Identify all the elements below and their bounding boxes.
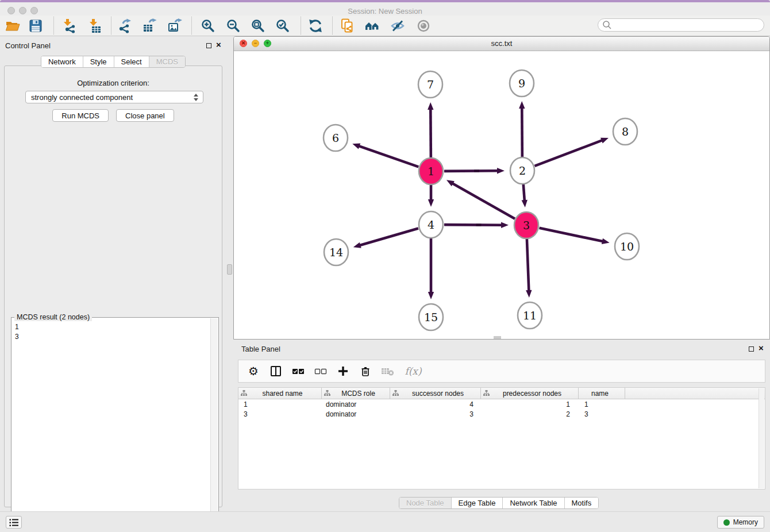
birds-eye-view-icon[interactable] xyxy=(415,17,432,34)
search-icon xyxy=(602,20,612,30)
control-tab-mcds[interactable]: MCDS xyxy=(149,56,185,67)
window-title: Session: New Session xyxy=(0,7,770,16)
graph-node-label: 9 xyxy=(518,77,525,90)
clone-network-icon[interactable] xyxy=(339,17,356,34)
graph-edge-1-7[interactable] xyxy=(430,109,431,158)
table-row[interactable]: 1dominator411 xyxy=(238,399,765,409)
graph-edge-2-9[interactable] xyxy=(522,107,522,157)
deselect-all-rows-icon[interactable] xyxy=(314,364,328,378)
graph-edge-2-8[interactable] xyxy=(535,140,603,166)
zoom-selected-icon[interactable] xyxy=(274,17,291,34)
column-header-predecessor-nodes[interactable]: predecessor nodes xyxy=(481,388,579,399)
import-table-icon[interactable] xyxy=(86,17,103,34)
main-toolbar xyxy=(0,16,770,36)
run-mcds-button[interactable]: Run MCDS xyxy=(52,109,109,122)
column-header-mcds-role[interactable]: MCDS role xyxy=(322,388,390,399)
graph-node-6[interactable]: 6 xyxy=(324,125,348,151)
graph-node-7[interactable]: 7 xyxy=(418,71,442,98)
graph-node-14[interactable]: 14 xyxy=(324,239,348,265)
graph-node-label: 4 xyxy=(428,218,434,231)
table-cell: 4 xyxy=(390,400,481,408)
export-network-icon[interactable] xyxy=(117,17,134,34)
memory-button-label: Memory xyxy=(733,518,758,526)
search-input[interactable] xyxy=(612,20,764,30)
control-tab-network[interactable]: Network xyxy=(41,56,83,67)
graph-node-11[interactable]: 11 xyxy=(518,302,542,329)
table-tab-edge-table[interactable]: Edge Table xyxy=(452,498,503,508)
open-session-icon[interactable] xyxy=(4,17,21,34)
graph-node-15[interactable]: 15 xyxy=(419,304,443,330)
graph-node-4[interactable]: 4 xyxy=(419,211,443,238)
select-stepper-icon xyxy=(191,94,201,101)
node-table[interactable]: shared nameMCDS rolesuccessor nodesprede… xyxy=(238,387,765,489)
column-header-successor-nodes[interactable]: successor nodes xyxy=(390,388,481,399)
import-network-icon[interactable] xyxy=(60,17,78,34)
table-cell: 2 xyxy=(481,410,579,418)
export-image-icon[interactable] xyxy=(167,17,184,34)
column-header-name[interactable]: name xyxy=(579,388,625,399)
zoom-out-icon[interactable] xyxy=(225,17,242,34)
criterion-select[interactable]: strongly connected component xyxy=(25,91,203,103)
control-panel-close-icon[interactable]: × xyxy=(216,41,221,48)
table-scrollbar[interactable] xyxy=(759,388,764,488)
graph-node-1[interactable]: 1 xyxy=(419,158,443,184)
graph-edge-4-3[interactable] xyxy=(444,225,502,225)
delete-table-icon xyxy=(381,364,395,378)
graph-edge-1-2[interactable] xyxy=(444,171,498,171)
control-panel-float-icon[interactable] xyxy=(206,43,211,48)
add-row-icon[interactable] xyxy=(336,364,350,378)
save-session-icon[interactable] xyxy=(27,17,44,34)
zoom-fit-icon[interactable] xyxy=(249,17,267,34)
table-row[interactable]: 3dominator323 xyxy=(238,409,765,419)
edge-label-mark xyxy=(476,224,482,226)
network-window-titlebar[interactable]: ✕ − + scc.txt xyxy=(234,37,769,51)
graph-node-9[interactable]: 9 xyxy=(510,70,534,97)
result-scrollbar[interactable] xyxy=(210,318,218,532)
table-cell: 3 xyxy=(390,410,481,418)
select-all-rows-icon[interactable] xyxy=(291,364,305,378)
table-settings-gear-icon[interactable]: ⚙ xyxy=(247,364,260,378)
column-header-shared-name[interactable]: shared name xyxy=(238,388,322,399)
apply-layout-icon[interactable] xyxy=(307,17,324,34)
graph-node-8[interactable]: 8 xyxy=(613,118,637,145)
table-tab-network-table[interactable]: Network Table xyxy=(503,498,564,508)
graph-edge-arrowhead xyxy=(522,200,528,207)
graph-edge-4-14[interactable] xyxy=(359,228,418,245)
list-icon xyxy=(9,518,19,527)
memory-status-dot-icon xyxy=(723,519,730,526)
graph-edge-arrowhead xyxy=(352,144,360,149)
toggle-columns-icon[interactable] xyxy=(269,364,283,378)
memory-button[interactable]: Memory xyxy=(717,516,764,529)
graph-edge-3-1[interactable] xyxy=(452,183,515,219)
graph-node-3[interactable]: 3 xyxy=(514,212,538,238)
graph-node-2[interactable]: 2 xyxy=(510,157,534,184)
graph-edge-3-11[interactable] xyxy=(527,238,529,291)
network-canvas[interactable]: 7968124314101511 xyxy=(234,51,769,340)
zoom-in-icon[interactable] xyxy=(199,17,217,34)
table-cell: 3 xyxy=(238,410,322,418)
panel-splitter-handle[interactable] xyxy=(227,264,232,275)
delete-rows-icon[interactable] xyxy=(359,364,372,378)
table-tab-motifs[interactable]: Motifs xyxy=(565,498,599,508)
graph-edge-arrowhead xyxy=(497,168,505,174)
graphics-details-icon[interactable] xyxy=(389,17,406,34)
first-neighbors-icon[interactable] xyxy=(364,17,381,34)
table-panel-close-icon[interactable]: × xyxy=(759,345,764,352)
search-box[interactable] xyxy=(598,18,764,32)
graph-edge-2-3[interactable] xyxy=(523,184,525,201)
table-cell: 1 xyxy=(481,400,579,408)
canvas-resize-handle[interactable] xyxy=(494,336,501,340)
graph-node-label: 8 xyxy=(622,125,629,138)
export-table-icon[interactable] xyxy=(141,17,159,34)
table-panel-float-icon[interactable] xyxy=(749,346,754,352)
control-panel-tabs: NetworkStyleSelectMCDS xyxy=(0,56,226,68)
control-tab-select[interactable]: Select xyxy=(114,56,149,67)
graph-edge-3-10[interactable] xyxy=(540,228,603,242)
mcds-result-list[interactable]: 13 xyxy=(11,320,210,532)
control-tab-style[interactable]: Style xyxy=(83,56,114,67)
panel-list-button[interactable] xyxy=(6,516,22,529)
table-tab-node-table[interactable]: Node Table xyxy=(399,498,452,508)
close-panel-button[interactable]: Close panel xyxy=(116,109,174,122)
graph-edge-1-6[interactable] xyxy=(359,146,419,167)
graph-node-10[interactable]: 10 xyxy=(615,233,639,260)
